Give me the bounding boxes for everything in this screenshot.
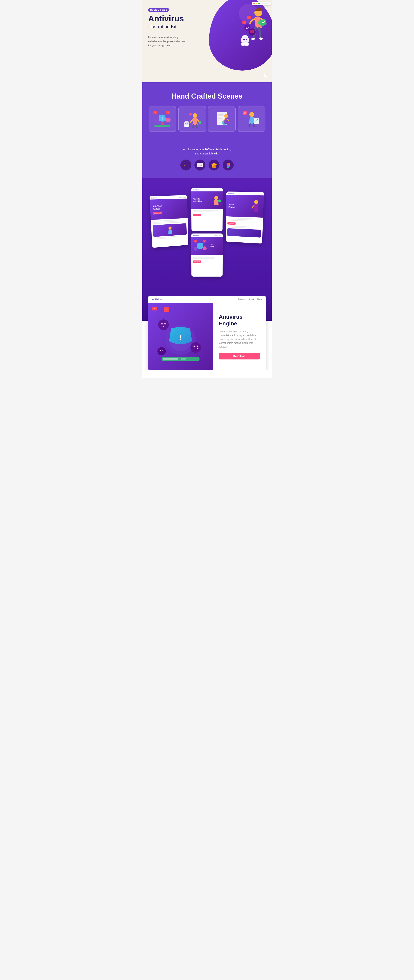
warning-badge-2: ⚠ (164, 307, 169, 312)
svg-point-64 (229, 163, 230, 165)
page-content-area: ⚠ ⚠ (148, 303, 266, 370)
mockup-section: Antivirus FeaturesAbout Anti-TheftSystem… (142, 178, 272, 296)
svg-icon: SVG (194, 159, 205, 170)
ai-icon: Ai (180, 159, 191, 170)
scene-card-2[interactable]: ⚠ (178, 106, 206, 132)
page-text-content: AntivirusEngine Lorem ipsum dolor sit am… (213, 303, 266, 370)
svg-rect-40 (218, 118, 222, 119)
page-mockup-container: Antivirus Features About Plans ⚠ ⚠ (148, 296, 266, 370)
svg-text:⚠: ⚠ (154, 112, 156, 113)
svg-rect-98 (163, 358, 178, 360)
hero-section: MOBILE & WEB Antivirus Illustration Kit … (142, 0, 272, 82)
svg-point-43 (249, 112, 254, 117)
svg-point-65 (229, 165, 230, 167)
svg-point-82 (161, 323, 162, 324)
svg-point-6 (246, 39, 247, 40)
svg-point-74 (203, 247, 207, 250)
main-illustration-svg: ! (152, 309, 209, 364)
svg-point-92 (158, 347, 166, 356)
compatible-icons: Ai SVG (148, 159, 266, 170)
svg-text:⚠: ⚠ (248, 17, 250, 19)
scene-card-3[interactable] (208, 106, 236, 132)
svg-text:SVG: SVG (198, 164, 202, 166)
svg-point-63 (227, 167, 229, 168)
crafted-title: Hand Crafted Scenes (148, 92, 266, 100)
featured-description: Lorem ipsum dolor sit amet, consectetur … (219, 330, 260, 349)
nav-features: Features (238, 298, 245, 301)
scene-grid: ⚠ ⚠ ! (148, 106, 266, 132)
svg-rect-28 (156, 126, 163, 126)
hero-badge: MOBILE & WEB (148, 8, 169, 12)
nav-about: About (249, 298, 254, 301)
svg-point-32 (187, 123, 188, 124)
svg-point-67 (214, 196, 218, 200)
svg-line-85 (167, 320, 168, 321)
svg-text:✓: ✓ (244, 112, 245, 114)
svg-point-16 (248, 27, 249, 28)
svg-rect-37 (218, 114, 224, 115)
hero-left: MOBILE & WEB Antivirus Illustration Kit … (142, 0, 207, 82)
svg-text:⚠: ⚠ (190, 114, 191, 115)
hero-brand-icon: g (264, 71, 267, 78)
svg-text:⚠: ⚠ (167, 112, 169, 113)
mockup-webshield: Antivirus FeaturesAboutPlans PowerfulWeb… (191, 188, 223, 231)
svg-point-91 (197, 346, 198, 347)
svg-point-42 (224, 114, 228, 118)
svg-point-90 (194, 346, 195, 347)
sketch-icon (209, 159, 220, 170)
svg-line-86 (158, 320, 159, 321)
compatible-description: All illustration are 100% editable vecto… (148, 147, 266, 156)
svg-point-31 (185, 123, 186, 124)
hero-title: Antivirus (148, 14, 201, 23)
svg-rect-39 (218, 117, 223, 118)
mockup-smartprivacy: Antivirus FeaturesAbout SmartPrivacy Dow (226, 191, 264, 243)
svg-rect-99 (180, 358, 186, 360)
svg-point-79 (158, 320, 169, 330)
featured-page-section: Antivirus Features About Plans ⚠ ⚠ (142, 296, 272, 378)
page-nav-links: Features About Plans (238, 298, 262, 301)
svg-text:!: ! (200, 245, 201, 248)
ai-label: Ai (184, 163, 187, 167)
hero-description: Illustration for next landing website, m… (148, 35, 187, 48)
svg-text:⚠: ⚠ (204, 241, 205, 242)
svg-text:!: ! (179, 334, 182, 341)
svg-point-95 (160, 350, 161, 351)
mockup-antitheft: Antivirus FeaturesAbout Anti-TheftSystem… (150, 195, 189, 248)
svg-point-9 (259, 37, 263, 40)
svg-point-75 (254, 200, 258, 204)
page-illustration-area: ⚠ ⚠ (148, 303, 213, 370)
warning-badge-1: ⚠ (152, 307, 157, 310)
svg-text:⚠: ⚠ (195, 241, 196, 242)
svg-point-35 (193, 113, 197, 118)
crafted-section: Hand Crafted Scenes ⚠ ⚠ ! (142, 82, 272, 145)
svg-point-3 (242, 43, 245, 46)
svg-rect-18 (250, 30, 254, 33)
svg-point-24 (154, 119, 159, 123)
svg-point-25 (166, 118, 170, 122)
svg-point-73 (194, 247, 197, 251)
svg-point-96 (162, 350, 163, 351)
compatible-section: All illustration are 100% editable vecto… (142, 145, 272, 178)
figma-icon (223, 159, 234, 170)
download-button[interactable]: Download (219, 353, 260, 360)
svg-point-5 (243, 39, 245, 40)
bottom-spacer (142, 370, 272, 378)
svg-point-15 (245, 27, 247, 28)
scene-card-4[interactable]: ✓ (238, 106, 266, 132)
svg-rect-30 (184, 125, 189, 127)
svg-point-66 (169, 226, 172, 230)
hero-illustration: ⚠ ⚠ (205, 0, 272, 78)
svg-text:⚠: ⚠ (244, 21, 245, 23)
svg-point-87 (190, 342, 201, 353)
page-nav-logo: Antivirus (152, 298, 162, 301)
hero-right: ⚠ ⚠ g (207, 0, 272, 82)
svg-point-4 (245, 43, 248, 46)
nav-plans: Plans (257, 298, 262, 301)
svg-rect-38 (218, 115, 223, 116)
mockup-engine: Antivirus FeaturesPlans ⚠ ⚠ ! (191, 234, 223, 277)
svg-text:!: ! (162, 117, 163, 120)
svg-point-83 (164, 323, 166, 324)
hero-subtitle: Illustration Kit (148, 24, 201, 29)
scene-card-1[interactable]: ⚠ ⚠ ! (148, 106, 176, 132)
featured-title: AntivirusEngine (219, 313, 260, 327)
